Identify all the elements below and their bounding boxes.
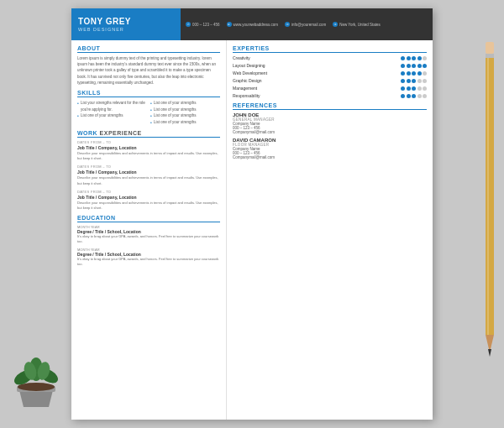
skill-item: List one of your strengths — [150, 119, 220, 126]
skills-section: SKILLS List your strengths relevant for … — [77, 90, 220, 126]
dot — [407, 71, 411, 76]
skill-item: List your strengths relevant for the rol… — [77, 100, 147, 112]
dot — [412, 71, 416, 76]
work-experience-section: WORK EXPERIENCE DATES FROM – TO Job Titl… — [77, 130, 220, 211]
resume-body: ABOUT Lorem ipsum is simply dummy text o… — [71, 40, 433, 420]
svg-marker-4 — [488, 349, 491, 357]
dot — [412, 79, 416, 83]
svg-rect-2 — [486, 58, 494, 335]
exp-label-4: Graphic Design — [233, 78, 291, 83]
dot-empty — [423, 94, 427, 98]
pencil-decoration — [482, 42, 497, 361]
work-dates-3: DATES FROM – TO — [77, 190, 220, 194]
work-title-3: Job Title / Company, Location — [77, 195, 220, 200]
email-text: info@youremail.com — [291, 23, 326, 27]
about-text: Lorem ipsum is simply dummy text of the … — [77, 55, 220, 86]
exp-label-2: Layout Designing — [233, 63, 291, 68]
skill-item: List one of your strengths — [150, 107, 220, 113]
dot — [407, 94, 411, 98]
web-text: www.yourwebaddress.com — [234, 23, 279, 27]
contact-web: ⊕ www.yourwebaddress.com — [227, 22, 279, 27]
work-desc-1: Describe your responsibilities and achie… — [77, 151, 220, 162]
dot — [401, 94, 405, 98]
education-section: EDUCATION MONTH YEAR Degree / Title / Sc… — [77, 215, 220, 268]
skills-columns: List your strengths relevant for the rol… — [77, 100, 220, 126]
web-icon: ⊕ — [227, 22, 232, 27]
work-dates-1: DATES FROM – TO — [77, 140, 220, 144]
edu-desc-1: It's okay to brag about your GPA, awards… — [77, 234, 220, 245]
work-label: WORK — [77, 130, 100, 136]
references-section-title: REFERENCES — [233, 102, 427, 110]
dot — [401, 56, 405, 60]
exp-label-5: Management — [233, 86, 291, 91]
exp-label-1: Creativity — [233, 55, 291, 60]
dot — [407, 79, 411, 83]
email-icon: ✉ — [285, 22, 290, 27]
dot-empty — [417, 86, 422, 91]
edu-entry-1: MONTH YEAR Degree / Title / School, Loca… — [77, 225, 220, 245]
skill-item: List one of your strengths — [150, 112, 220, 119]
work-dates-2: DATES FROM – TO — [77, 164, 220, 169]
contact-phone: ✆ 000 – 123 – 456 — [186, 22, 220, 27]
phone-text: 000 – 123 – 456 — [192, 23, 220, 27]
edu-desc-2: It's okay to brag about your GPA, awards… — [77, 257, 220, 268]
exp-dots-5 — [401, 86, 427, 91]
work-desc-2: Describe your responsibilities and achie… — [77, 175, 220, 186]
dot-empty — [423, 56, 427, 60]
dot — [412, 94, 416, 98]
exp-dots-1 — [401, 56, 427, 60]
svg-rect-5 — [487, 58, 489, 335]
work-title-2: Job Title / Company, Location — [77, 170, 220, 175]
dot — [401, 79, 405, 83]
work-title-1: Job Title / Company, Location — [77, 145, 220, 150]
exp-row-5: Management — [233, 86, 427, 91]
dot-empty — [417, 79, 422, 83]
dot — [423, 64, 427, 68]
ref-email-1: Companymail@mail.com — [233, 130, 427, 134]
plant-decoration — [7, 352, 66, 411]
dot-empty — [423, 71, 427, 76]
dot-empty — [423, 86, 427, 91]
dot — [401, 71, 405, 76]
header-contact-section: ✆ 000 – 123 – 456 ⊕ www.yourwebaddress.c… — [181, 8, 433, 40]
ref-entry-2: DAVID CAMARON FLOOR MANAGER Company Name… — [233, 138, 427, 159]
dot — [407, 64, 411, 68]
dot — [401, 86, 405, 91]
work-desc-3: Describe your responsibilities and achie… — [77, 201, 220, 211]
svg-marker-6 — [19, 390, 53, 407]
svg-rect-0 — [486, 42, 494, 54]
skills-section-title: SKILLS — [77, 90, 220, 97]
exp-label-3: Web Development — [233, 70, 291, 76]
work-entry-3: DATES FROM – TO Job Title / Company, Loc… — [77, 190, 220, 211]
dot — [417, 64, 422, 68]
references-section: REFERENCES JOHN DOE GENERAL MANAGER Comp… — [233, 102, 427, 159]
dot — [412, 56, 416, 60]
experties-section: EXPERTIES Creativity Layout Designing — [233, 45, 427, 98]
left-column: ABOUT Lorem ipsum is simply dummy text o… — [71, 40, 227, 420]
skill-item: List one of your strengths — [77, 112, 147, 119]
exp-row-3: Web Development — [233, 70, 427, 76]
skills-col-right: List one of your strengths List one of y… — [150, 100, 220, 126]
resume-header: TONY GREY WEB DESIGNER ✆ 000 – 123 – 456… — [71, 8, 433, 40]
location-text: New York, United States — [339, 23, 381, 27]
exp-row-4: Graphic Design — [233, 78, 427, 83]
dot — [417, 56, 422, 60]
svg-rect-1 — [486, 54, 494, 58]
skills-col-left: List your strengths relevant for the rol… — [77, 100, 147, 126]
dot — [412, 64, 416, 68]
exp-dots-2 — [401, 64, 427, 68]
dot-empty — [417, 94, 422, 98]
experience-label: EXPERIENCE — [100, 130, 142, 136]
work-entry-2: DATES FROM – TO Job Title / Company, Loc… — [77, 164, 220, 186]
ref-entry-1: JOHN DOE GENERAL MANAGER Company Name 00… — [233, 112, 427, 134]
exp-dots-6 — [401, 94, 427, 98]
ref-email-2: Companymail@mail.com — [233, 155, 427, 159]
dot — [401, 64, 405, 68]
experties-section-title: EXPERTIES — [233, 45, 427, 53]
dot — [417, 71, 422, 76]
about-section-title: ABOUT — [77, 45, 220, 53]
header-name-section: TONY GREY WEB DESIGNER — [71, 8, 181, 40]
education-section-title: EDUCATION — [77, 215, 220, 222]
dot-empty — [423, 79, 427, 83]
resume-job-title: WEB DESIGNER — [78, 27, 174, 32]
